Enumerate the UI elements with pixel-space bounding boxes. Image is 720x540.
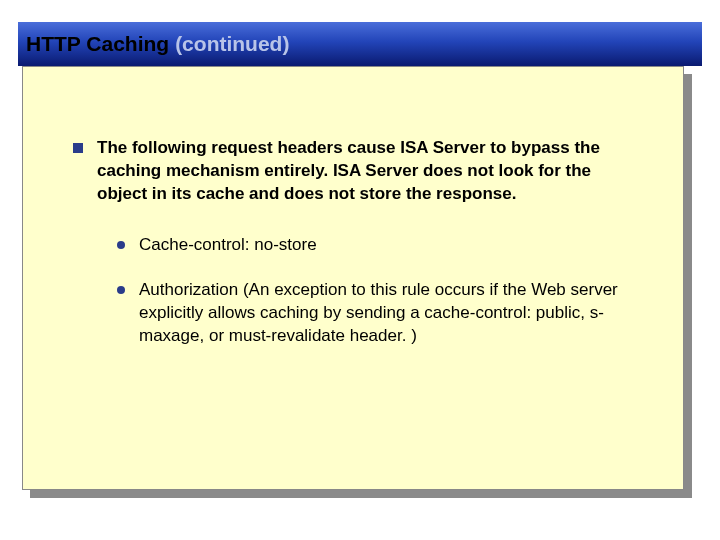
- title-bar: HTTP Caching (continued): [18, 22, 702, 66]
- top-bullet-text: The following request headers cause ISA …: [97, 137, 633, 206]
- sub-bullet-text: Authorization (An exception to this rule…: [139, 279, 633, 348]
- slide-title-continued: (continued): [175, 32, 289, 56]
- round-bullet-icon: [117, 286, 125, 294]
- top-bullet-item: The following request headers cause ISA …: [73, 137, 633, 206]
- square-bullet-icon: [73, 143, 83, 153]
- slide-title-main: HTTP Caching: [26, 32, 169, 56]
- sub-bullet-item: Cache-control: no-store: [117, 234, 633, 257]
- sub-bullet-item: Authorization (An exception to this rule…: [117, 279, 633, 348]
- round-bullet-icon: [117, 241, 125, 249]
- sub-bullet-text: Cache-control: no-store: [139, 234, 317, 257]
- sub-bullet-list: Cache-control: no-store Authorization (A…: [73, 234, 633, 348]
- content-card: The following request headers cause ISA …: [22, 66, 684, 490]
